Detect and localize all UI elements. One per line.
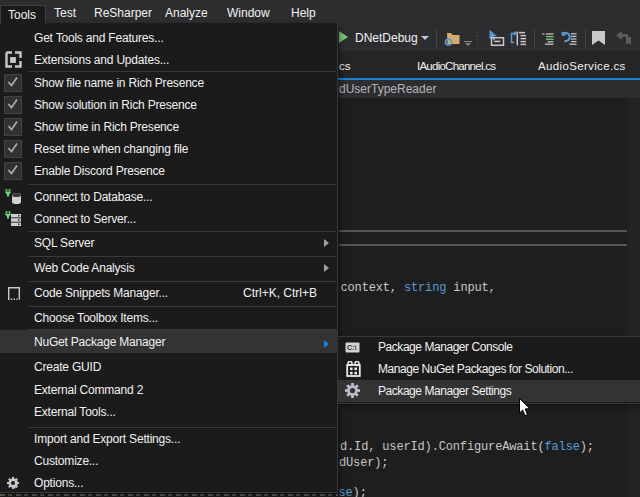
svg-text:C:\: C:\ [347, 344, 356, 351]
